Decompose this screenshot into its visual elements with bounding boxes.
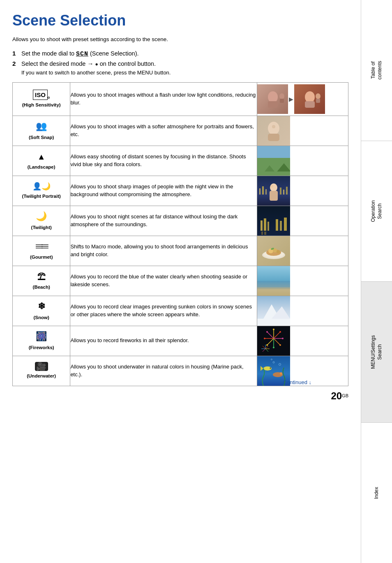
svg-line-49 xyxy=(267,338,274,345)
table-row: 🌙 (Twilight) Allows you to shoot night s… xyxy=(13,206,348,236)
scene-desc-high-sensitivity: Allows you to shoot images without a fla… xyxy=(70,92,256,106)
desc-cell-twilight-portrait: Allows you to shoot sharp images of peop… xyxy=(70,176,257,206)
high-sensitivity-img-after xyxy=(297,89,322,109)
svg-line-45 xyxy=(274,332,280,338)
svg-point-52 xyxy=(273,329,274,330)
step-2-num: 2 xyxy=(12,60,18,67)
step-2-sub: If you want to switch to another scene, … xyxy=(21,70,348,76)
high-sensitivity-img-before xyxy=(261,89,285,109)
sidebar-tab-index[interactable]: Index xyxy=(361,423,392,563)
scene-label-twilight: (Twilight) xyxy=(31,225,52,230)
svg-point-0 xyxy=(268,91,278,103)
underwater-icon: 🎥 xyxy=(35,362,48,371)
intro-text: Allows you to shoot with preset settings… xyxy=(12,36,348,42)
steps-container: 1 Set the mode dial to SCN (Scene Select… xyxy=(12,50,348,76)
img-cell-landscape xyxy=(257,146,348,176)
gourmet-img xyxy=(259,239,288,263)
scene-desc-snow: Allows you to record clear images preven… xyxy=(70,304,252,317)
svg-line-47 xyxy=(274,338,280,345)
desc-cell-high-sensitivity: Allows you to shoot images without a fla… xyxy=(70,82,257,116)
desc-cell-landscape: Allows easy shooting of distant scenes b… xyxy=(70,146,257,176)
svg-point-74 xyxy=(279,363,281,365)
svg-line-66 xyxy=(263,346,265,349)
gourmet-icon: 𝄘𝄘 xyxy=(13,241,70,253)
page-number-container: 20GB xyxy=(12,390,348,402)
img-cell-beach xyxy=(257,266,348,296)
svg-rect-19 xyxy=(286,187,288,195)
icon-cell-underwater: 🎥 (Underwater) xyxy=(13,356,70,386)
scene-desc-landscape: Allows easy shooting of distant scenes b… xyxy=(70,153,246,167)
svg-point-20 xyxy=(270,183,277,192)
scene-label-high-sensitivity: (High Sensitivity) xyxy=(22,102,61,107)
scene-label-beach: (Beach) xyxy=(33,285,50,290)
img-cell-high-sensitivity: ▶ xyxy=(257,82,348,116)
scene-desc-underwater: Allows you to shoot underwater in natura… xyxy=(70,364,243,378)
table-row: ❄ (Snow) Allows you to record clear imag… xyxy=(13,296,348,326)
svg-point-53 xyxy=(279,331,281,333)
sidebar-tab-operation-search[interactable]: OperationSearch xyxy=(361,141,392,282)
svg-rect-13 xyxy=(257,171,290,176)
svg-point-56 xyxy=(273,347,274,348)
svg-point-55 xyxy=(279,344,281,346)
desc-cell-twilight: Allows you to shoot night scenes at far … xyxy=(70,206,257,236)
svg-point-68 xyxy=(280,372,282,375)
scene-desc-twilight-portrait: Allows you to shoot sharp images of peop… xyxy=(70,183,233,197)
svg-rect-5 xyxy=(305,101,315,108)
img-cell-twilight-portrait xyxy=(257,176,348,206)
scene-label-landscape: (Landscape) xyxy=(28,164,55,169)
scene-desc-soft-snap: Allows you to shoot images with a softer… xyxy=(70,123,254,137)
svg-rect-17 xyxy=(280,188,281,195)
scene-label-underwater: (Underwater) xyxy=(27,373,56,378)
landscape-icon: ▲ xyxy=(13,151,70,162)
svg-rect-15 xyxy=(262,186,264,195)
icon-cell-beach: ⛱ (Beach) xyxy=(13,266,70,296)
page-number: 20 xyxy=(331,390,342,401)
svg-point-73 xyxy=(271,359,272,360)
twilight-portrait-img xyxy=(257,176,290,206)
img-cell-gourmet xyxy=(257,236,348,266)
svg-rect-16 xyxy=(265,189,267,195)
svg-rect-30 xyxy=(264,232,266,235)
svg-rect-1 xyxy=(268,101,278,108)
step-1: 1 Set the mode dial to SCN (Scene Select… xyxy=(12,50,348,58)
table-row: ▲ (Landscape) Allows easy shooting of di… xyxy=(13,146,348,176)
scene-desc-fireworks: Allows you to record fireworks in all th… xyxy=(70,337,189,343)
page-title: Scene Selection xyxy=(12,12,348,29)
desc-cell-underwater: Allows you to shoot underwater in natura… xyxy=(70,356,257,386)
sidebar-tab-menu-settings-search[interactable]: MENU/SettingsSearch xyxy=(361,282,392,423)
table-row: 👥 (Soft Snap) Allows you to shoot images… xyxy=(13,116,348,146)
snow-img xyxy=(257,296,290,326)
scene-label-gourmet: (Gourmet) xyxy=(30,255,53,259)
icon-cell-fireworks: 🎆 (Fireworks) xyxy=(13,326,70,356)
sidebar-tab-label-operation-search: OperationSearch xyxy=(370,200,383,222)
iso-icon: ISO xyxy=(33,90,48,100)
svg-point-59 xyxy=(266,331,268,333)
desc-cell-fireworks: Allows you to record fireworks in all th… xyxy=(70,326,257,356)
beach-icon: ⛱ xyxy=(13,271,70,283)
scene-desc-beach: Allows you to record the blue of the wat… xyxy=(70,273,247,287)
svg-rect-40 xyxy=(257,287,290,296)
svg-point-72 xyxy=(273,361,274,363)
twilight-img xyxy=(257,206,290,236)
page-suffix: GB xyxy=(342,393,348,398)
desc-cell-beach: Allows you to record the blue of the wat… xyxy=(70,266,257,296)
sidebar-tab-table-of-contents[interactable]: Table ofcontents xyxy=(361,0,392,141)
svg-point-57 xyxy=(266,344,268,346)
icon-cell-twilight: 🌙 (Twilight) xyxy=(13,206,70,236)
scene-table: ISOo (High Sensitivity) Allows you to sh… xyxy=(12,82,348,386)
step-1-text: Set the mode dial to SCN (Scene Selectio… xyxy=(21,50,139,58)
icon-cell-high-sensitivity: ISOo (High Sensitivity) xyxy=(13,82,70,116)
icon-cell-soft-snap: 👥 (Soft Snap) xyxy=(13,116,70,146)
scene-label-fireworks: (Fireworks) xyxy=(29,345,54,350)
svg-point-54 xyxy=(282,338,284,339)
icon-cell-snow: ❄ (Snow) xyxy=(13,296,70,326)
fireworks-img xyxy=(257,326,290,356)
scene-desc-twilight: Allows you to shoot night scenes at far … xyxy=(70,213,238,227)
arrow-between-images: ▶ xyxy=(288,96,294,102)
icon-cell-gourmet: 𝄘𝄘 (Gourmet) xyxy=(13,236,70,266)
svg-rect-23 xyxy=(261,220,263,231)
svg-point-71 xyxy=(270,367,271,368)
continued-link[interactable]: Continued ↓ xyxy=(283,379,311,385)
svg-point-22 xyxy=(271,185,273,188)
desc-cell-gourmet: Shifts to Macro mode, allowing you to sh… xyxy=(70,236,257,266)
